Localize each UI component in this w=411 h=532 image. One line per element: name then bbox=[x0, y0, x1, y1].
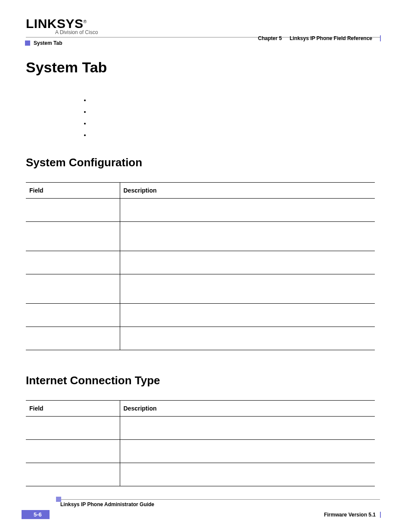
document-page: LINKSYS® A Division of Cisco Chapter 5 L… bbox=[0, 0, 411, 532]
list-item bbox=[90, 108, 381, 120]
footer-rule-wrap bbox=[60, 499, 381, 500]
col-header-field: Field bbox=[26, 183, 120, 199]
col-header-field: Field bbox=[26, 401, 120, 417]
firmware-version: Firmware Version 5.1 bbox=[324, 512, 381, 518]
chapter-label: Chapter 5 bbox=[258, 35, 282, 41]
footer-bar-icon bbox=[380, 512, 381, 518]
list-item bbox=[90, 96, 381, 108]
table-row bbox=[26, 199, 375, 222]
system-config-table: Field Description bbox=[26, 182, 375, 350]
internet-conn-table: Field Description bbox=[26, 400, 375, 486]
logo-text: LINKSYS bbox=[26, 16, 84, 31]
breadcrumb-square-icon bbox=[25, 40, 30, 46]
list-item bbox=[90, 120, 381, 131]
footer-square-icon bbox=[56, 497, 61, 502]
col-header-description: Description bbox=[120, 183, 375, 199]
table-row bbox=[26, 304, 375, 327]
header-right: Chapter 5 Linksys IP Phone Field Referen… bbox=[258, 35, 381, 41]
footer-guide-title: Linksys IP Phone Administrator Guide bbox=[60, 501, 381, 507]
page-title: System Tab bbox=[26, 59, 381, 76]
table-row bbox=[26, 222, 375, 251]
logo-subtitle: A Division of Cisco bbox=[55, 29, 381, 35]
table-row bbox=[26, 440, 375, 463]
bullet-list bbox=[90, 96, 381, 143]
registered-icon: ® bbox=[84, 19, 87, 24]
logo-brand: LINKSYS® bbox=[26, 17, 381, 30]
table-row bbox=[26, 417, 375, 440]
table-row bbox=[26, 274, 375, 304]
footer-rule bbox=[60, 499, 380, 500]
logo-block: LINKSYS® A Division of Cisco bbox=[26, 17, 381, 35]
table-row bbox=[26, 327, 375, 350]
section-heading-internet-conn: Internet Connection Type bbox=[26, 374, 381, 387]
breadcrumb-text: System Tab bbox=[34, 40, 62, 46]
table-row bbox=[26, 251, 375, 274]
page-footer: Linksys IP Phone Administrator Guide 5-6… bbox=[0, 499, 411, 519]
list-item bbox=[90, 131, 381, 143]
page-number-badge: 5-6 bbox=[22, 510, 50, 519]
section-heading-system-config: System Configuration bbox=[26, 156, 381, 169]
footer-bottom-row: 5-6 Firmware Version 5.1 bbox=[22, 510, 381, 519]
header-title: Linksys IP Phone Field Reference bbox=[290, 35, 372, 41]
table-row bbox=[26, 463, 375, 486]
firmware-text: Firmware Version 5.1 bbox=[324, 512, 376, 518]
header-bar-icon bbox=[380, 35, 381, 41]
col-header-description: Description bbox=[120, 401, 375, 417]
